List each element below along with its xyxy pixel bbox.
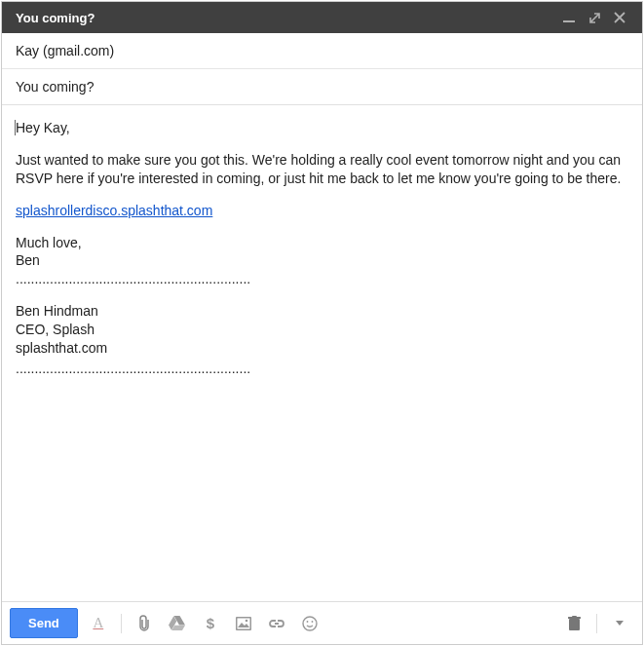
trash-icon	[568, 616, 581, 630]
to-value: Kay (gmail.com)	[16, 43, 114, 58]
subject-field[interactable]: You coming?	[2, 68, 642, 104]
signature-separator-top: ........................................…	[16, 270, 628, 288]
body-paragraph: Just wanted to make sure you got this. W…	[16, 151, 628, 188]
more-options-button[interactable]	[605, 609, 634, 638]
money-button[interactable]: $	[196, 609, 225, 638]
insert-photo-button[interactable]	[229, 609, 258, 638]
svg-rect-9	[572, 616, 577, 618]
close-button[interactable]	[607, 5, 632, 30]
minimize-button[interactable]	[556, 5, 582, 30]
rsvp-link[interactable]: splashrollerdisco.splashthat.com	[16, 203, 212, 218]
dollar-icon: $	[207, 615, 214, 631]
chevron-down-icon	[616, 621, 624, 626]
body-closing-line2: Ben	[16, 252, 40, 268]
toolbar-separator-right	[596, 614, 597, 633]
popout-button[interactable]	[582, 5, 607, 30]
window-title: You coming?	[16, 11, 95, 25]
signature-separator-bottom: ........................................…	[16, 360, 628, 378]
formatting-button[interactable]: A	[84, 609, 113, 638]
emoji-button[interactable]	[295, 609, 324, 638]
compose-toolbar: Send A $	[2, 601, 642, 644]
header-fields: Kay (gmail.com) You coming?	[2, 33, 642, 105]
format-icon: A	[93, 615, 103, 631]
titlebar[interactable]: You coming?	[2, 2, 642, 33]
svg-point-4	[303, 617, 317, 630]
body-closing-line1: Much love,	[16, 235, 82, 250]
photo-icon	[236, 617, 251, 630]
toolbar-separator	[121, 614, 122, 633]
svg-point-6	[311, 621, 313, 623]
attach-button[interactable]	[130, 609, 159, 638]
svg-rect-7	[569, 619, 580, 630]
signature-site: splashthat.com	[16, 339, 628, 358]
svg-point-5	[306, 621, 308, 623]
signature-name: Ben Hindman	[16, 302, 628, 321]
svg-rect-0	[563, 20, 575, 22]
discard-button[interactable]	[559, 609, 588, 638]
svg-point-3	[245, 619, 247, 622]
paperclip-icon	[136, 615, 152, 632]
link-icon	[268, 619, 285, 628]
send-button[interactable]: Send	[10, 608, 78, 638]
emoji-icon	[302, 616, 318, 631]
insert-link-button[interactable]	[262, 609, 291, 638]
drive-icon	[169, 616, 185, 630]
drive-button[interactable]	[163, 609, 192, 638]
signature-title: CEO, Splash	[16, 321, 628, 339]
to-field[interactable]: Kay (gmail.com)	[2, 33, 642, 68]
compose-window: You coming? Kay (gmail.com) You coming? …	[1, 1, 643, 645]
subject-value: You coming?	[16, 79, 94, 95]
body-greeting: Hey Kay,	[16, 119, 628, 137]
message-body[interactable]: Hey Kay, Just wanted to make sure you go…	[2, 105, 642, 601]
